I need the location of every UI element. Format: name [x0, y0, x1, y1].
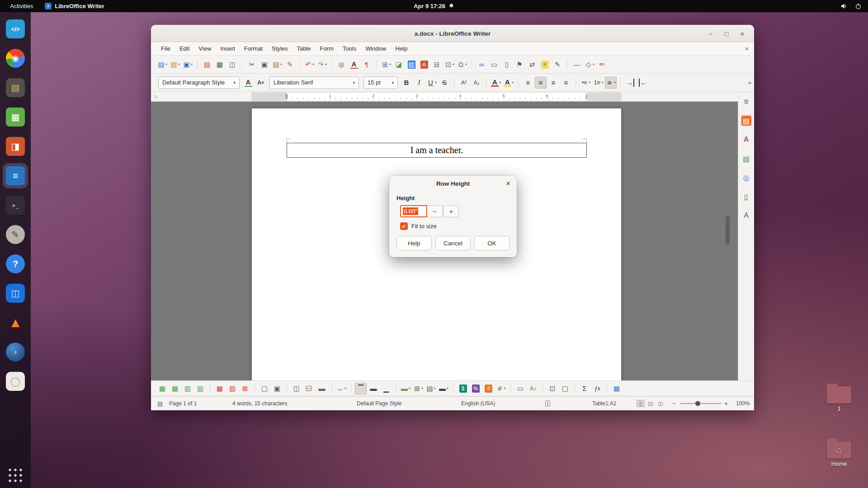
insert-page-break-button[interactable]: ⊟: [431, 59, 443, 70]
toolbar-overflow-button[interactable]: »: [748, 79, 751, 86]
number-format-percent-button[interactable]: %: [470, 383, 481, 394]
insert-column-after-button[interactable]: ▥: [194, 383, 206, 394]
sidebar-settings-button[interactable]: ≡: [740, 95, 753, 108]
word-count-status[interactable]: 4 words, 15 characters: [232, 400, 287, 407]
zoom-slider-thumb[interactable]: [695, 401, 700, 406]
border-color-button[interactable]: ▬: [438, 383, 449, 394]
protect-cells-button[interactable]: ⊡: [547, 383, 558, 394]
paste-button[interactable]: ▤: [271, 59, 283, 70]
print-button[interactable]: ▦: [214, 59, 226, 70]
delete-row-button[interactable]: ▦: [214, 383, 226, 394]
insert-comment-button[interactable]: ≡: [539, 59, 551, 70]
menu-styles[interactable]: Styles: [267, 43, 292, 54]
sum-button[interactable]: Σ: [579, 383, 590, 394]
spelling-button[interactable]: A: [348, 59, 360, 70]
zoom-out-button[interactable]: −: [672, 400, 675, 407]
select-table-button[interactable]: ▣: [271, 383, 283, 394]
page-number-status[interactable]: Page 1 of 1: [169, 400, 197, 407]
document-status-icon[interactable]: ▤: [157, 400, 163, 407]
insert-caption-button[interactable]: ▭: [514, 383, 526, 394]
increase-indent-button[interactable]: →: [624, 77, 636, 89]
cancel-button[interactable]: Cancel: [435, 236, 471, 250]
minimize-button[interactable]: –: [705, 28, 716, 39]
dock-item-vscode[interactable]: </>: [3, 16, 28, 42]
menu-table[interactable]: Table: [292, 43, 315, 54]
sidebar-tab-properties[interactable]: ▤: [740, 114, 753, 127]
close-button[interactable]: ×: [737, 28, 748, 39]
optimize-size-button[interactable]: ↔: [335, 383, 347, 394]
superscript-button[interactable]: A²: [458, 77, 470, 89]
track-changes-button[interactable]: ✎: [552, 59, 563, 70]
insert-image-button[interactable]: ◪: [393, 59, 405, 70]
insert-column-before-button[interactable]: ▥: [182, 383, 193, 394]
menu-insert[interactable]: Insert: [216, 43, 240, 54]
insert-footnote-button[interactable]: ▭: [488, 59, 500, 70]
dock-item-gimp[interactable]: ✎: [3, 222, 28, 247]
insert-mode-indicator[interactable]: I: [545, 401, 550, 407]
dock-item-terminal[interactable]: >_: [3, 192, 28, 218]
dock-item-remmina[interactable]: ◫: [3, 281, 28, 306]
close-document-button[interactable]: ×: [745, 45, 749, 52]
sidebar-tab-gallery[interactable]: ▨: [740, 152, 753, 165]
unordered-list-button[interactable]: •≡: [580, 77, 591, 89]
open-button[interactable]: ▧: [169, 59, 181, 70]
clock-menu[interactable]: Apr 9 17:26: [414, 0, 454, 12]
decrement-button[interactable]: −: [427, 205, 443, 217]
export-pdf-button[interactable]: ▤: [201, 59, 213, 70]
highlighting-color-button[interactable]: A: [503, 77, 514, 89]
menu-window[interactable]: Window: [361, 43, 391, 54]
italic-button[interactable]: I: [413, 77, 425, 89]
horizontal-ruler[interactable]: ∟ 123456: [151, 92, 754, 102]
borders-button[interactable]: ⊞: [412, 383, 424, 394]
underline-button[interactable]: U: [426, 77, 438, 89]
multi-page-view-button[interactable]: ▯▯: [646, 400, 655, 407]
menu-help[interactable]: Help: [391, 43, 412, 54]
menu-format[interactable]: Format: [240, 43, 267, 54]
print-preview-button[interactable]: ◫: [226, 59, 238, 70]
table-column-marker[interactable]: [286, 94, 288, 99]
dock-item-help[interactable]: ?: [3, 251, 28, 277]
decrease-indent-button[interactable]: ←: [637, 77, 649, 89]
center-vertically-button[interactable]: ▬: [368, 383, 379, 394]
dialog-titlebar[interactable]: Row Height ×: [389, 176, 517, 191]
menu-view[interactable]: View: [194, 43, 216, 54]
table-properties-button[interactable]: ▦: [611, 383, 623, 394]
subscript-button[interactable]: A₂: [471, 77, 482, 89]
clone-form atting-button[interactable]: ✎: [284, 59, 296, 70]
sidebar-tab-page[interactable]: ▯: [740, 190, 753, 203]
merge-cells-button[interactable]: ◫: [291, 383, 302, 394]
document-table[interactable]: I am a teacher.: [287, 143, 587, 158]
border-style-button[interactable]: ▤: [425, 383, 437, 394]
new-style-button[interactable]: A+: [255, 77, 267, 89]
desktop-home-folder[interactable]: ⌂ Home: [820, 438, 859, 467]
fit-to-size-checkbox[interactable]: ✓ Fit to size: [400, 222, 509, 230]
insert-line-button[interactable]: —: [571, 59, 583, 70]
dock-item-chrome[interactable]: ◉: [3, 46, 28, 71]
align-top-button[interactable]: ▔: [355, 383, 367, 394]
window-titlebar[interactable]: a.docx - LibreOffice Writer – ▢ ×: [151, 25, 754, 42]
formula-button[interactable]: ƒx: [591, 383, 603, 394]
update-style-button[interactable]: A: [242, 77, 254, 89]
insert-row-above-button[interactable]: ▦: [156, 383, 168, 394]
menu-tools[interactable]: Tools: [338, 43, 361, 54]
dock-item-vlc[interactable]: ▲: [3, 310, 28, 335]
insert-row-below-button[interactable]: ▦: [169, 383, 181, 394]
insert-bookmark-button[interactable]: ⚑: [514, 59, 525, 70]
page-style-status[interactable]: Default Page Style: [357, 400, 401, 407]
delete-table-button[interactable]: ⊠: [239, 383, 251, 394]
insert-cross-reference-button[interactable]: ⇄: [526, 59, 538, 70]
dock-item-files[interactable]: ▤: [3, 75, 28, 100]
delete-column-button[interactable]: ▥: [226, 383, 238, 394]
increment-button[interactable]: +: [443, 205, 459, 217]
tab-stop-indicator[interactable]: ∟: [154, 93, 159, 99]
font-color-button[interactable]: A: [490, 77, 502, 89]
book-view-button[interactable]: ◫: [656, 400, 665, 407]
insert-text-box-button[interactable]: A: [418, 59, 430, 70]
zoom-level[interactable]: 100%: [736, 400, 750, 407]
font-name-combobox[interactable]: Liberation Serif: [269, 76, 359, 89]
table-cell-text[interactable]: I am a teacher.: [410, 145, 463, 155]
split-table-button[interactable]: ▬: [316, 383, 328, 394]
draw-functions-button[interactable]: ✏: [596, 59, 608, 70]
basic-shapes-button[interactable]: ◇: [584, 59, 595, 70]
align-bottom-button[interactable]: ▁: [380, 383, 392, 394]
